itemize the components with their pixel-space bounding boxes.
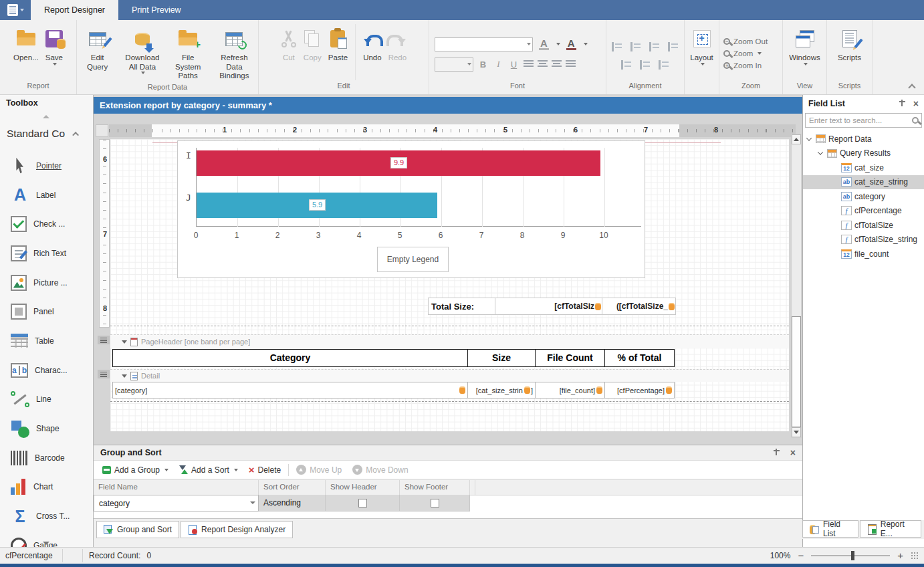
chevron-down-icon[interactable] bbox=[806, 135, 812, 140]
scripts-button[interactable]: Scripts bbox=[835, 24, 864, 65]
align-text-right-button[interactable] bbox=[552, 60, 562, 68]
tab-field-list[interactable]: Field List bbox=[802, 520, 858, 538]
scrollbar-thumb[interactable] bbox=[792, 316, 801, 427]
field-search-box[interactable] bbox=[805, 113, 922, 128]
field-item-query-results[interactable]: Query Results bbox=[803, 146, 924, 161]
band-marker-icon[interactable] bbox=[98, 336, 110, 344]
toolbox-item-table[interactable]: Table bbox=[0, 326, 94, 356]
table-header-cell-category[interactable]: Category bbox=[112, 349, 468, 367]
detail-cell[interactable]: [cat_size_strin] bbox=[467, 382, 536, 399]
refresh-data-bindings-button[interactable]: Refresh Data Bindings bbox=[211, 24, 258, 83]
undo-button[interactable]: Undo bbox=[360, 24, 384, 65]
detail-band[interactable]: Detail bbox=[110, 369, 789, 382]
align-tool-icon[interactable] bbox=[659, 60, 670, 70]
font-size-select[interactable] bbox=[435, 58, 473, 72]
chevron-down-icon[interactable] bbox=[818, 150, 823, 155]
close-icon[interactable]: × bbox=[790, 449, 796, 457]
align-text-center-button[interactable] bbox=[538, 60, 548, 68]
paste-button[interactable]: Paste bbox=[326, 24, 350, 65]
toolbox-item-panel[interactable]: Panel bbox=[0, 297, 94, 326]
zoom-slider-handle[interactable] bbox=[851, 551, 854, 560]
total-size-value-cell[interactable]: [cfTotalSiz bbox=[495, 298, 602, 315]
download-all-data-button[interactable]: Download All Data bbox=[119, 24, 165, 76]
field-name-cell[interactable]: category bbox=[94, 495, 259, 512]
toolbox-scroll-up-icon[interactable] bbox=[43, 115, 49, 118]
field-item-category[interactable]: abcategory bbox=[803, 189, 924, 204]
tab-print-preview[interactable]: Print Preview bbox=[118, 0, 195, 20]
show-header-checkbox[interactable] bbox=[358, 499, 367, 507]
table-header-cell-file-count[interactable]: File Count bbox=[535, 349, 605, 367]
toolbox-item-cross-t[interactable]: Cross T... bbox=[0, 501, 94, 531]
pin-icon[interactable] bbox=[774, 449, 780, 457]
table-header-cell-of-total[interactable]: % of Total bbox=[604, 349, 675, 367]
total-size-string-cell[interactable]: ([cfTotalSize_ bbox=[602, 298, 676, 315]
align-text-justify-button[interactable] bbox=[566, 60, 576, 68]
tab-report-e[interactable]: Report E... bbox=[860, 520, 921, 538]
detail-cell[interactable]: [category] bbox=[112, 382, 468, 399]
resize-grip-icon[interactable] bbox=[911, 552, 919, 560]
toolbox-item-line[interactable]: Line bbox=[0, 385, 94, 415]
move-down-button[interactable]: Move Down bbox=[347, 462, 413, 478]
field-item-cftotalsize-string[interactable]: fcfTotalSize_string bbox=[803, 233, 924, 247]
toolbox-scroll-down-icon[interactable] bbox=[43, 542, 49, 545]
field-item-file-count[interactable]: 12file_count bbox=[803, 247, 924, 261]
design-vertical-sc rollbar[interactable] bbox=[791, 134, 802, 438]
font-name-select[interactable] bbox=[435, 37, 533, 51]
align-tool-icon[interactable] bbox=[621, 60, 632, 70]
field-item-cat-size-string[interactable]: abcat_size_string bbox=[803, 175, 924, 190]
table-header-cell-size[interactable]: Size bbox=[467, 349, 536, 367]
toolbox-item-label[interactable]: Label bbox=[0, 181, 94, 210]
zoom-button[interactable]: Zoom bbox=[719, 48, 766, 59]
toolbox-item-pointer[interactable]: Pointer bbox=[0, 151, 94, 181]
copy-button[interactable]: Copy bbox=[301, 24, 324, 65]
zoom-slider[interactable] bbox=[811, 555, 890, 556]
zoom-minus-button[interactable]: − bbox=[798, 551, 804, 560]
toolbox-section-standard-controls[interactable]: Standard Co bbox=[0, 123, 94, 144]
add-sort-button[interactable]: Add a Sort bbox=[174, 462, 243, 478]
windows-button[interactable]: Windows bbox=[786, 24, 823, 68]
field-item-cftotalsize[interactable]: fcfTotalSize bbox=[803, 218, 924, 233]
chart-element[interactable]: 9.95.9 Empty Legend 012345678910IJ bbox=[177, 140, 645, 278]
field-item-cfpercentage[interactable]: fcfPercentage bbox=[803, 204, 924, 219]
toolbox-item-rich-text[interactable]: Rich Text bbox=[0, 239, 94, 268]
font-highlight-button[interactable]: A bbox=[539, 39, 549, 50]
field-item-cat-size[interactable]: 12cat_size bbox=[803, 160, 924, 175]
toolbox-item-charac[interactable]: Charac... bbox=[0, 356, 94, 385]
scroll-up-button[interactable] bbox=[792, 134, 801, 144]
band-marker-icon[interactable] bbox=[98, 370, 110, 378]
italic-button[interactable]: I bbox=[493, 59, 504, 70]
chevron-down-icon[interactable] bbox=[250, 501, 255, 504]
zoom-plus-button[interactable]: + bbox=[897, 551, 903, 560]
align-tool-icon[interactable] bbox=[640, 60, 651, 70]
ribbon-collapse-button[interactable] bbox=[909, 83, 915, 89]
toolbox-item-chart[interactable]: Chart bbox=[0, 473, 94, 502]
bold-button[interactable]: B bbox=[477, 60, 489, 70]
align-tool-icon[interactable] bbox=[630, 42, 642, 51]
pin-icon[interactable] bbox=[899, 100, 905, 108]
collapse-triangle-icon[interactable] bbox=[122, 374, 127, 378]
open-button[interactable]: Open... bbox=[11, 24, 41, 65]
tab-group-and-sort[interactable]: Group and Sort bbox=[96, 521, 179, 538]
cut-button[interactable]: Cut bbox=[278, 24, 300, 65]
underline-button[interactable]: U bbox=[508, 60, 519, 70]
save-button[interactable]: Save bbox=[43, 24, 66, 68]
edit-query-button[interactable]: Edit Query bbox=[77, 24, 118, 74]
redo-button[interactable]: Redo bbox=[386, 24, 410, 65]
total-size-label-cell[interactable]: Total Size: bbox=[428, 298, 495, 315]
align-tool-icon[interactable] bbox=[668, 42, 679, 51]
detail-cell[interactable]: [cfPercentage] bbox=[604, 382, 675, 399]
detail-cell[interactable]: [file_count] bbox=[535, 382, 605, 399]
toolbox-item-shape[interactable]: Shape bbox=[0, 414, 94, 443]
field-item-report-data[interactable]: Report Data bbox=[803, 132, 924, 146]
toolbox-item-check[interactable]: Check ... bbox=[0, 209, 94, 239]
align-tool-icon[interactable] bbox=[612, 42, 623, 51]
app-menu-button[interactable] bbox=[0, 0, 31, 20]
sort-order-cell[interactable]: Ascending bbox=[259, 495, 326, 512]
collapse-triangle-icon[interactable] bbox=[122, 340, 127, 344]
toolbox-item-barcode[interactable]: Barcode bbox=[0, 443, 94, 473]
close-icon[interactable]: × bbox=[913, 100, 919, 108]
layout-button[interactable]: Layout bbox=[687, 24, 716, 68]
zoom-out-button[interactable]: − Zoom Out bbox=[719, 36, 772, 47]
font-color-button[interactable]: A bbox=[566, 39, 576, 50]
page-header-band[interactable]: PageHeader [one band per page] bbox=[110, 334, 789, 348]
